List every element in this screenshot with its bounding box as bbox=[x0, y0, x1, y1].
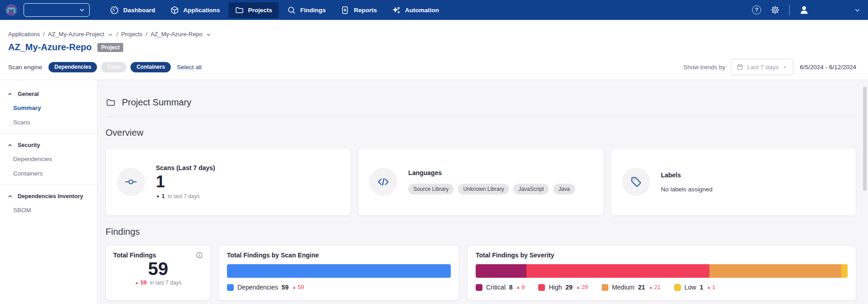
folder-icon bbox=[235, 5, 244, 15]
chevron-down-icon[interactable] bbox=[206, 32, 212, 38]
legend-item-low: Low 1 ▲1 bbox=[674, 284, 715, 291]
chevron-down-icon[interactable] bbox=[107, 32, 113, 38]
sidebar-item-containers[interactable]: Containers bbox=[0, 166, 97, 181]
select-all-link[interactable]: Select all bbox=[177, 64, 202, 71]
nav-item-projects[interactable]: Projects bbox=[228, 2, 279, 18]
user-icon bbox=[799, 5, 810, 15]
nav-item-label: Dashboard bbox=[123, 7, 155, 14]
nav-item-label: Projects bbox=[248, 7, 272, 14]
sidebar-item-summary[interactable]: Summary bbox=[0, 101, 97, 115]
labels-card: Labels No labels assigned bbox=[611, 148, 856, 216]
calendar-icon bbox=[736, 63, 743, 71]
trend-up-icon: ▲ bbox=[649, 285, 653, 290]
organization-selector[interactable] bbox=[24, 3, 90, 17]
page-header: Applications / AZ_My-Azure-Project / Pro… bbox=[0, 20, 868, 80]
page-title: AZ_My-Azure-Repo bbox=[8, 42, 92, 52]
chevron-up-icon bbox=[7, 142, 13, 148]
legend-trend-value: 21 bbox=[654, 284, 661, 290]
nav-item-reports[interactable]: Reports bbox=[334, 2, 383, 18]
scan-engine-toggle-dependencies[interactable]: Dependencies bbox=[48, 62, 97, 72]
nav-item-label: Reports bbox=[354, 7, 377, 14]
sidebar-section-security[interactable]: Security bbox=[0, 138, 97, 152]
language-tag: Source Library bbox=[408, 184, 453, 195]
breadcrumb-separator: / bbox=[43, 31, 45, 38]
nav-item-automation[interactable]: Automation bbox=[385, 2, 445, 18]
user-menu-button[interactable] bbox=[799, 5, 810, 15]
tag-icon bbox=[622, 168, 650, 196]
severity-bar-chart bbox=[476, 264, 848, 278]
search-icon bbox=[287, 5, 296, 15]
legend-label: Dependencies bbox=[237, 284, 278, 291]
legend-value: 29 bbox=[565, 284, 573, 291]
legend-swatch bbox=[476, 284, 482, 291]
nav-item-dashboard[interactable]: Dashboard bbox=[103, 2, 162, 18]
caret-down-icon bbox=[782, 64, 788, 70]
sidebar-section-title: Security bbox=[18, 142, 40, 148]
mend-logo[interactable] bbox=[5, 3, 18, 17]
legend-swatch bbox=[674, 284, 681, 291]
legend-value: 1 bbox=[700, 284, 704, 291]
chevron-up-icon bbox=[7, 91, 13, 97]
scans-count: 1 bbox=[156, 172, 215, 191]
breadcrumb-applications[interactable]: Applications bbox=[8, 31, 40, 38]
legend-label: High bbox=[549, 284, 562, 291]
legend-label: Critical bbox=[486, 284, 506, 291]
sparkles-icon bbox=[391, 5, 401, 15]
sidebar-section-dependencies-inventory[interactable]: Dependencies Inventory bbox=[0, 189, 97, 203]
nav-item-applications[interactable]: Applications bbox=[164, 2, 227, 18]
legend-trend-value: 29 bbox=[582, 284, 588, 290]
sidebar-item-scans[interactable]: Scans bbox=[0, 115, 97, 130]
trend-up-icon: ▲ bbox=[576, 285, 580, 290]
trend-period-value: Last 7 days bbox=[747, 64, 778, 71]
labels-empty-text: No labels assigned bbox=[661, 186, 713, 193]
trend-up-icon: ▲ bbox=[156, 194, 160, 198]
legend-swatch bbox=[602, 284, 608, 291]
sidebar: General Summary Scans Security Dependenc… bbox=[0, 80, 97, 304]
sidebar-item-sbom[interactable]: SBOM bbox=[0, 203, 97, 218]
legend-swatch bbox=[538, 284, 545, 291]
project-type-badge: Project bbox=[97, 43, 123, 52]
bar-segment-low bbox=[841, 264, 848, 278]
total-findings-value: 59 bbox=[113, 259, 203, 279]
breadcrumb-separator: / bbox=[116, 31, 118, 38]
sidebar-section-title: Dependencies Inventory bbox=[18, 193, 83, 200]
chevron-down-icon bbox=[854, 7, 861, 14]
legend-trend-value: 8 bbox=[522, 284, 525, 290]
total-findings-card: Total Findings 59 ▲ 59 in last 7 days bbox=[106, 245, 211, 300]
help-button[interactable]: ? bbox=[752, 5, 761, 14]
scans-card: Scans (Last 7 days) 1 ▲ 1 in last 7 days bbox=[106, 148, 351, 216]
breadcrumb: Applications / AZ_My-Azure-Project / Pro… bbox=[8, 31, 856, 38]
sidebar-item-dependencies[interactable]: Dependencies bbox=[0, 152, 97, 166]
findings-by-engine-card: Total Findings by Scan Engine Dependenci… bbox=[218, 245, 459, 300]
bar-segment-high bbox=[526, 264, 709, 278]
legend-label: Medium bbox=[612, 284, 635, 291]
main-content: Project Summary Overview Scans (Last 7 d… bbox=[97, 80, 868, 304]
nav-item-findings[interactable]: Findings bbox=[280, 2, 332, 18]
breadcrumb-projects[interactable]: Projects bbox=[121, 31, 143, 38]
legend-item-medium: Medium 21 ▲21 bbox=[602, 284, 661, 291]
trend-period-dropdown[interactable]: Last 7 days bbox=[731, 59, 793, 75]
labels-card-title: Labels bbox=[661, 171, 713, 179]
bar-segment-medium bbox=[709, 264, 841, 278]
user-menu-chevron[interactable] bbox=[854, 7, 861, 14]
navbar-divider bbox=[789, 5, 790, 15]
sidebar-section-general[interactable]: General bbox=[0, 86, 97, 101]
scan-engine-toggle-containers[interactable]: Containers bbox=[130, 62, 171, 72]
scan-engine-toggle-code[interactable]: Code bbox=[101, 62, 126, 72]
languages-card-title: Languages bbox=[408, 169, 574, 176]
findings-by-engine-title: Total Findings by Scan Engine bbox=[227, 252, 451, 259]
sidebar-divider bbox=[0, 133, 97, 134]
info-icon[interactable] bbox=[196, 252, 203, 259]
trend-up-icon: ▲ bbox=[516, 285, 521, 290]
report-document-icon bbox=[340, 5, 350, 15]
scans-card-title: Scans (Last 7 days) bbox=[156, 164, 215, 171]
vertical-scrollbar-thumb[interactable] bbox=[863, 87, 867, 191]
legend-label: Low bbox=[685, 284, 696, 291]
trend-up-icon: ▲ bbox=[707, 285, 711, 290]
breadcrumb-application-name[interactable]: AZ_My-Azure-Project bbox=[48, 31, 104, 38]
breadcrumb-project-name[interactable]: AZ_My-Azure-Repo bbox=[150, 31, 203, 38]
settings-button[interactable] bbox=[770, 5, 780, 15]
legend-value: 21 bbox=[638, 284, 645, 291]
legend-swatch bbox=[227, 284, 234, 291]
bar-segment-dependencies bbox=[227, 264, 451, 278]
